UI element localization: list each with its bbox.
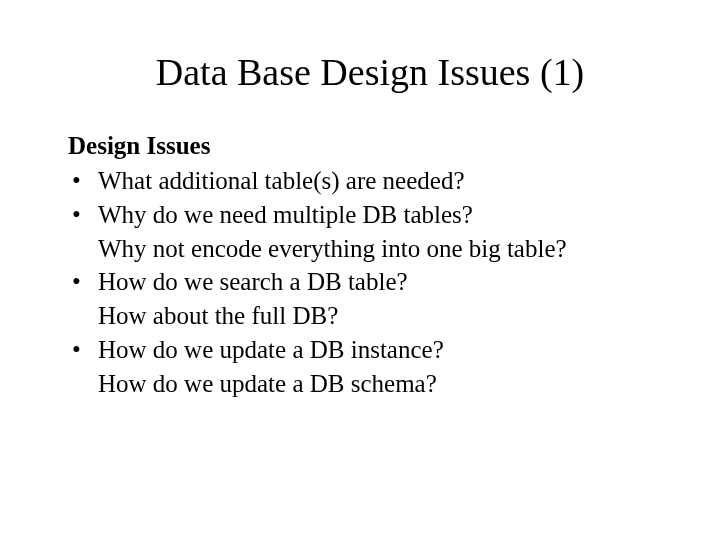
list-item: How do we search a DB table? How about t… bbox=[68, 265, 660, 333]
list-item: What additional table(s) are needed? bbox=[68, 164, 660, 198]
list-item: How do we update a DB instance? How do w… bbox=[68, 333, 660, 401]
bullet-text: What additional table(s) are needed? bbox=[98, 167, 464, 194]
section-heading: Design Issues bbox=[68, 132, 660, 160]
bullet-list: What additional table(s) are needed? Why… bbox=[68, 164, 660, 400]
bullet-text: Why do we need multiple DB tables? bbox=[98, 201, 473, 228]
bullet-text: How do we update a DB instance? bbox=[98, 336, 444, 363]
content-area: Design Issues What additional table(s) a… bbox=[60, 132, 660, 400]
bullet-continuation: How about the full DB? bbox=[98, 299, 660, 333]
bullet-text: How do we search a DB table? bbox=[98, 268, 408, 295]
bullet-continuation: Why not encode everything into one big t… bbox=[98, 232, 660, 266]
list-item: Why do we need multiple DB tables? Why n… bbox=[68, 198, 660, 266]
bullet-continuation: How do we update a DB schema? bbox=[98, 367, 660, 401]
page-title: Data Base Design Issues (1) bbox=[80, 50, 660, 94]
